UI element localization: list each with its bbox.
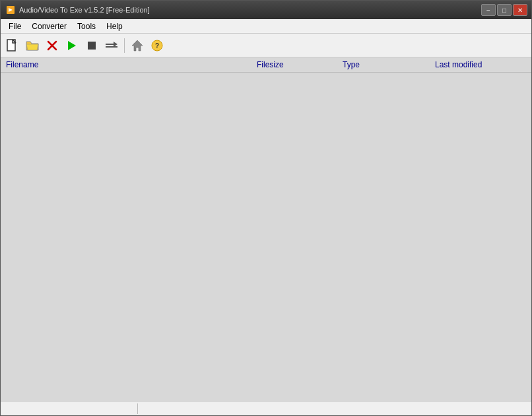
svg-marker-10 [132,40,143,51]
toolbar: ? [1,34,531,57]
status-bar [1,401,531,415]
window-title: Audio/Video To Exe v1.5.2 [Free-Edition] [19,6,150,14]
home-icon [131,40,143,52]
status-text [6,403,138,414]
file-list-container: Filename Filesize Type Last modified [1,57,531,401]
col-header-filename: Filename [6,60,257,69]
menu-item-help[interactable]: Help [101,20,128,32]
title-bar: Audio/Video To Exe v1.5.2 [Free-Edition]… [1,1,531,19]
svg-marker-6 [68,41,76,50]
maximize-button[interactable]: □ [497,4,512,16]
menu-item-converter[interactable]: Converter [26,20,72,32]
convert-icon [105,40,118,51]
minimize-button[interactable]: − [481,4,496,16]
app-icon [6,5,15,15]
file-list-header: Filename Filesize Type Last modified [1,57,531,73]
play-button[interactable] [63,36,81,55]
col-header-type: Type [343,60,435,69]
svg-rect-7 [88,42,96,50]
svg-text:?: ? [155,42,159,50]
help-button[interactable]: ? [148,36,166,55]
convert-button[interactable] [102,36,121,55]
menu-item-file[interactable]: File [3,20,26,32]
col-header-filesize: Filesize [257,60,343,69]
delete-button[interactable] [43,36,61,55]
delete-icon [47,40,57,51]
file-list-body[interactable] [1,73,531,401]
open-folder-icon [26,40,39,52]
help-icon: ? [151,40,163,52]
title-bar-controls: − □ ✕ [481,4,527,16]
menu-item-tools[interactable]: Tools [72,20,101,32]
stop-button[interactable] [83,36,101,55]
open-button[interactable] [23,36,42,55]
new-file-button[interactable] [3,36,22,55]
col-header-modified: Last modified [435,60,526,69]
menu-bar: File Converter Tools Help [1,19,531,34]
play-icon [67,40,77,51]
svg-marker-8 [106,42,117,47]
toolbar-separator [124,38,125,53]
main-window: Audio/Video To Exe v1.5.2 [Free-Edition]… [0,0,532,416]
title-bar-left: Audio/Video To Exe v1.5.2 [Free-Edition] [6,5,150,15]
new-file-icon [7,39,18,52]
home-button[interactable] [128,36,147,55]
stop-icon [86,40,97,51]
close-button[interactable]: ✕ [513,4,527,16]
